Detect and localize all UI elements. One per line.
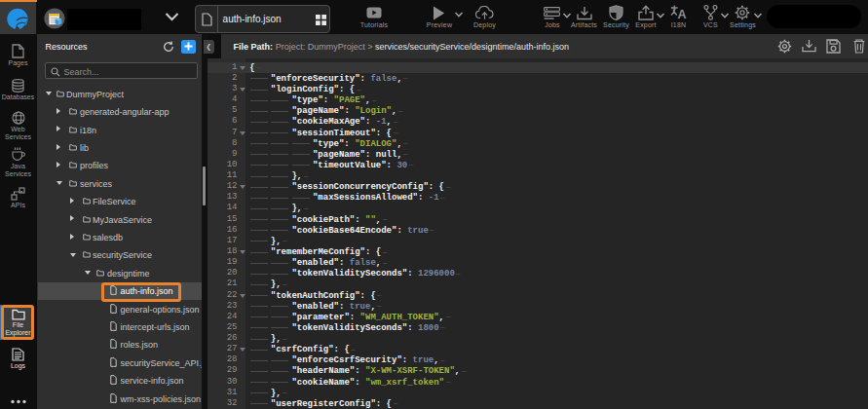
svg-text:A: A bbox=[678, 8, 687, 19]
